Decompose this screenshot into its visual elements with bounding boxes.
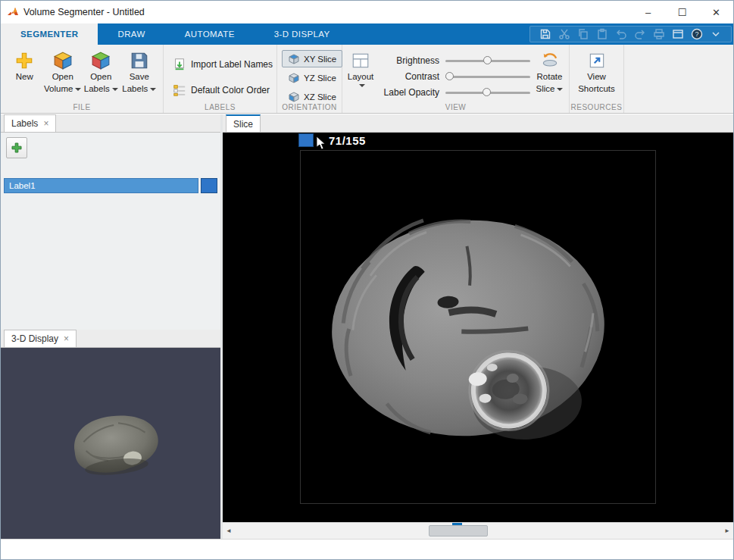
paste-icon[interactable] <box>596 28 608 40</box>
scrollbar-thumb[interactable] <box>429 525 488 537</box>
label-list-item[interactable]: Label1 <box>4 178 217 193</box>
xz-slice-label: XZ Slice <box>304 92 336 102</box>
tab-draw[interactable]: DRAW <box>98 23 164 45</box>
default-color-order-button[interactable]: Default Color Order <box>168 81 277 99</box>
shortcuts-icon <box>587 51 607 70</box>
label-opacity-slider[interactable] <box>445 88 530 97</box>
layout-grid-icon <box>351 51 370 70</box>
toolstrip-filler <box>624 45 733 113</box>
open-labels-label-1: Open <box>90 72 111 83</box>
brightness-slider[interactable] <box>445 56 530 65</box>
cut-icon[interactable] <box>558 28 570 40</box>
xz-cube-icon <box>288 91 300 103</box>
brightness-slider-thumb[interactable] <box>483 56 492 64</box>
horizontal-scrollbar[interactable]: ◄ ► <box>223 522 733 539</box>
status-bar <box>1 539 733 559</box>
slice-slider-handle[interactable] <box>298 133 314 147</box>
mouse-cursor <box>316 136 326 151</box>
quick-access-toolbar: ? <box>529 26 732 42</box>
save-icon[interactable] <box>539 28 551 40</box>
view-sliders: Brightness Contrast Label Opacity <box>377 49 530 98</box>
help-icon[interactable]: ? <box>691 28 703 40</box>
minimize-button[interactable]: – <box>631 1 665 23</box>
new-label: New <box>16 72 33 83</box>
volume-3d-view[interactable] <box>1 348 220 539</box>
scroll-left-arrow[interactable]: ◄ <box>223 523 235 539</box>
xy-slice-button[interactable]: XY Slice <box>282 50 342 67</box>
close-button[interactable]: ✕ <box>699 1 733 23</box>
layout-button[interactable]: Layout <box>347 49 374 87</box>
open-labels-label-2: Labels <box>84 84 110 93</box>
open-volume-label-2: Volume <box>44 84 73 93</box>
mri-slice-image <box>223 133 733 522</box>
rotate-slice-button[interactable]: Rotate Slice <box>535 49 564 95</box>
window-title: Volume Segmenter - Untitled <box>23 7 145 17</box>
section-orientation: XY Slice YZ Slice XZ Slice ORIENTATION <box>277 45 342 113</box>
section-caption-view: VIEW <box>342 103 569 111</box>
tab-segmenter[interactable]: SEGMENTER <box>1 23 98 45</box>
import-label-names-button[interactable]: Import Label Names <box>168 55 277 74</box>
tab-slice[interactable]: Slice <box>226 114 261 132</box>
close-icon[interactable]: × <box>43 119 48 128</box>
xy-cube-icon <box>288 53 300 65</box>
tab-automate[interactable]: AUTOMATE <box>165 23 255 45</box>
contrast-slider[interactable] <box>445 72 530 81</box>
save-labels-button[interactable]: Save Labels <box>120 49 159 95</box>
slice-viewport[interactable]: 71/155 <box>223 133 733 522</box>
dock-icon[interactable] <box>672 28 684 40</box>
label-opacity-slider-thumb[interactable] <box>483 88 491 96</box>
collapse-toolstrip-icon[interactable] <box>710 28 722 40</box>
labels-tab-strip: Labels × <box>1 114 220 133</box>
chevron-down-icon <box>75 88 81 91</box>
section-caption-labels: LABELS <box>164 103 276 111</box>
view-shortcuts-label-1: View <box>587 72 606 83</box>
display3d-tab-strip: 3-D Display × <box>1 330 220 348</box>
ribbon-tab-strip: SEGMENTER DRAW AUTOMATE 3-D DISPLAY ? <box>1 23 733 45</box>
open-labels-button[interactable]: Open Labels <box>82 49 120 95</box>
section-view: Layout Brightness Contrast <box>342 45 570 113</box>
yz-slice-button[interactable]: YZ Slice <box>282 69 342 86</box>
print-icon[interactable] <box>653 28 665 40</box>
label-opacity-label: Label Opacity <box>377 87 439 98</box>
section-caption-resources: RESOURCES <box>570 103 623 111</box>
save-labels-label-1: Save <box>130 72 149 83</box>
toolstrip: New Open Volume Open Labels Sav <box>1 45 733 114</box>
view-shortcuts-button[interactable]: View Shortcuts <box>574 49 619 95</box>
tab-3d-display-panel[interactable]: 3-D Display × <box>4 330 77 347</box>
section-caption-orientation: ORIENTATION <box>277 103 342 111</box>
section-file: New Open Volume Open Labels Sav <box>1 45 164 113</box>
labels-list: Label1 <box>1 133 220 330</box>
save-labels-label-2: Labels <box>122 84 148 93</box>
labels-tab-label: Labels <box>11 118 38 129</box>
new-button[interactable]: New <box>5 49 44 83</box>
copy-icon[interactable] <box>577 28 589 40</box>
rotate-slice-icon <box>540 51 560 70</box>
labels-cube-icon <box>91 51 111 70</box>
contrast-slider-thumb[interactable] <box>445 72 454 80</box>
plus-icon <box>11 142 23 154</box>
chevron-down-icon <box>557 88 563 91</box>
yz-slice-label: YZ Slice <box>304 74 336 83</box>
chevron-down-icon <box>150 88 156 91</box>
chevron-down-icon <box>359 84 365 87</box>
color-order-icon <box>173 83 186 97</box>
redo-icon[interactable] <box>634 28 646 40</box>
new-plus-icon <box>14 51 34 70</box>
close-icon[interactable]: × <box>64 334 69 343</box>
scroll-right-arrow[interactable]: ► <box>721 523 733 539</box>
undo-icon[interactable] <box>615 28 627 40</box>
title-bar: Volume Segmenter - Untitled – ☐ ✕ <box>1 1 733 23</box>
rotate-slice-label-1: Rotate <box>537 72 563 83</box>
section-resources: View Shortcuts RESOURCES <box>570 45 624 113</box>
import-icon <box>173 58 186 71</box>
add-label-button[interactable] <box>6 137 27 158</box>
open-volume-label-1: Open <box>52 72 73 83</box>
label-color-swatch[interactable] <box>201 178 217 193</box>
open-volume-button[interactable]: Open Volume <box>44 49 83 95</box>
maximize-button[interactable]: ☐ <box>665 1 699 23</box>
tab-labels[interactable]: Labels × <box>4 114 56 132</box>
label-name[interactable]: Label1 <box>4 178 198 193</box>
tab-3d-display[interactable]: 3-D DISPLAY <box>255 23 350 45</box>
slice-indicator: 71/155 <box>329 134 366 147</box>
rotate-slice-label-2: Slice <box>536 84 555 93</box>
